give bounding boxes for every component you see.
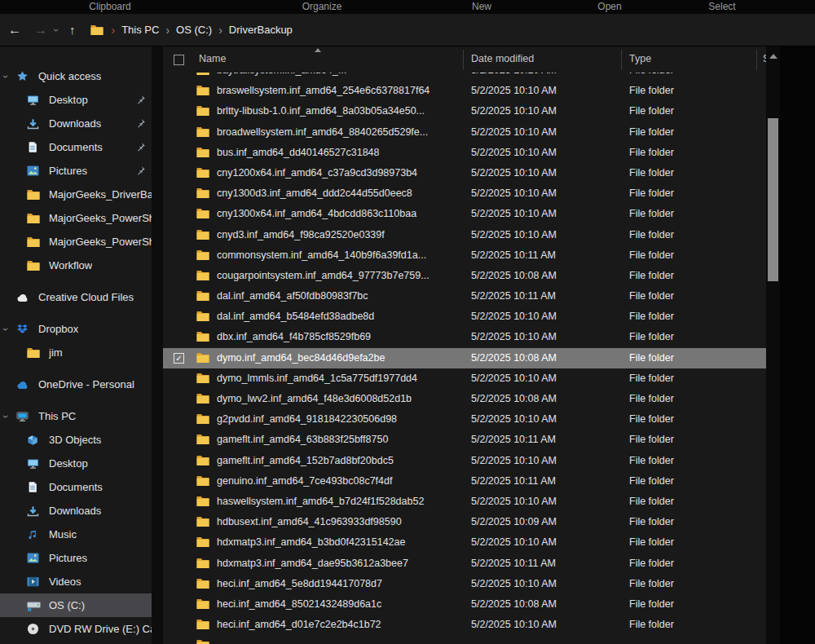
file-row[interactable]: heci.inf_amd64_85021432489d6a1c5/2/2025 … (163, 594, 766, 615)
sidebar-item-majorgeeks-driverback[interactable]: MajorGeeks_DriverBack (0, 183, 152, 206)
vertical-scrollbar[interactable] (766, 46, 780, 644)
breadcrumb-item-os-c[interactable]: OS (C:) (176, 24, 212, 36)
recent-locations-chevron-icon[interactable]: › (51, 29, 61, 32)
folder-icon (196, 558, 209, 569)
sidebar-item-workflow[interactable]: Workflow (0, 254, 152, 277)
file-row[interactable]: commonsystem.inf_amd64_140b9f6a39fd1a...… (163, 245, 766, 266)
sidebar-item-documents[interactable]: Documents (0, 475, 152, 499)
forward-arrow-icon[interactable]: → (34, 24, 47, 37)
star-icon (16, 70, 33, 82)
sidebar-item-desktop[interactable]: Desktop (0, 452, 152, 475)
chevron-down-icon[interactable]: › (0, 328, 11, 331)
file-row[interactable]: cny1300x64.inf_amd64_4bdcdd863c110baa5/2… (163, 204, 766, 224)
file-row[interactable]: g2pvdd.inf_amd64_9181842230506d985/2/202… (163, 409, 766, 430)
file-row[interactable]: baytrailsystem.inf_amd64_...5/2/2025 10:… (163, 73, 766, 81)
folder-icon (196, 373, 209, 384)
sidebar-item-dvd-rw-drive-e-canc[interactable]: DVD RW Drive (E:) Canc (0, 617, 152, 641)
column-header-date-modified[interactable]: Date modified (471, 53, 534, 64)
sidebar-item-downloads[interactable]: Downloads (0, 112, 152, 135)
breadcrumb-item-driverbackup[interactable]: DriverBackup (229, 24, 293, 36)
sidebar-item-pictures[interactable]: Pictures (0, 159, 152, 183)
file-row[interactable]: gameflt.inf_amd64_152b7ad8bf20bdc55/2/20… (163, 451, 766, 471)
sidebar-item-quick-access[interactable]: ›Quick access (0, 64, 152, 88)
scrollbar-up-arrow-icon[interactable] (769, 54, 778, 59)
dvd-icon (27, 623, 43, 635)
chevron-down-icon[interactable]: › (0, 415, 11, 418)
breadcrumb-item-this-pc[interactable]: This PC (121, 24, 159, 36)
file-row[interactable]: cnyd3.inf_amd64_f98ca92520e0339f5/2/2025… (163, 225, 766, 245)
ribbon-group-open[interactable]: Open (561, 1, 659, 12)
right-filler (780, 46, 815, 644)
folder-icon (196, 475, 209, 487)
file-row[interactable]: dal.inf_amd64_b5484efd38adbe8d5/2/2025 1… (163, 307, 766, 327)
folder-icon (196, 393, 209, 404)
file-row[interactable]: heci.inf_amd64_d01e7c2e2b4c1b725/2/2025 … (163, 615, 766, 635)
file-name: cnyd3.inf_amd64_f98ca92520e0339f (217, 225, 466, 245)
ribbon-group-clipboard[interactable]: Clipboard (61, 1, 159, 12)
row-checkbox[interactable]: ✓ (174, 353, 184, 364)
ribbon-group-new[interactable]: New (433, 1, 531, 12)
file-row[interactable]: ✓dymo.inf_amd64_bec84d46d9efa2be5/2/2025… (163, 348, 766, 368)
chevron-down-icon[interactable]: › (0, 75, 11, 78)
sidebar-item-this-pc[interactable]: ›This PC (0, 404, 152, 428)
file-type: File folder (629, 554, 753, 574)
videos-icon (27, 576, 43, 587)
ribbon-group-select[interactable]: Select (673, 1, 771, 12)
sidebar-item-label: MajorGeeks_DriverBack (49, 188, 152, 201)
file-row[interactable]: cougarpointsystem.inf_amd64_97773b7e759.… (163, 266, 766, 286)
column-header-type[interactable]: Type (629, 53, 651, 64)
sidebar-item-3d-objects[interactable]: 3D Objects (0, 428, 152, 452)
folder-icon (196, 598, 209, 610)
file-type: File folder (629, 73, 753, 81)
sidebar-item-creative-cloud-files[interactable]: Creative Cloud Files (0, 285, 152, 309)
sidebar-item-majorgeeks-powershell[interactable]: MajorGeeks_PowerShell (0, 206, 152, 230)
breadcrumb-separator-icon: › (218, 24, 222, 37)
sidebar-item-pictures[interactable]: Pictures (0, 546, 152, 570)
file-row[interactable]: heci.inf_amd64_5e8dd194417078d75/2/2025 … (163, 574, 766, 594)
sidebar-item-os-c[interactable]: OS (C:) (0, 593, 152, 617)
file-row[interactable]: brltty-libusb-1.0.inf_amd64_8a03b05a34e5… (163, 101, 766, 121)
file-name: haswellsystem.inf_amd64_b7d24f1f528dab52 (217, 492, 466, 512)
sidebar-item-music[interactable]: Music (0, 523, 152, 546)
file-row[interactable]: hdbusext.inf_amd64_41c963933df985905/2/2… (163, 512, 766, 532)
pin-icon (135, 165, 146, 176)
file-row[interactable]: cny1300d3.inf_amd64_ddd2c44d55d0eec85/2/… (163, 183, 766, 204)
back-arrow-icon[interactable]: ← (8, 24, 21, 37)
file-row[interactable]: hdxmatp3.inf_amd64_dae95b3612a3bee75/2/2… (163, 554, 766, 574)
file-row[interactable]: gameflt.inf_amd64_63b883f25bff87505/2/20… (163, 430, 766, 450)
file-row[interactable]: dbx.inf_amd64_f4b785cf8529fb695/2/2025 1… (163, 327, 766, 347)
sidebar-item-onedrive-personal[interactable]: OneDrive - Personal (0, 373, 152, 396)
file-type: File folder (629, 471, 753, 492)
file-date: 5/2/2025 10:11 AM (471, 286, 624, 307)
up-arrow-icon[interactable]: ↑ (69, 24, 76, 36)
file-date: 5/2/2025 10:10 AM (471, 183, 624, 204)
file-row[interactable]: haswellsystem.inf_amd64_b7d24f1f528dab52… (163, 492, 766, 512)
file-date: 5/2/2025 10:10 AM (471, 73, 624, 81)
file-row[interactable]: dal.inf_amd64_af50fdb80983f7bc5/2/2025 1… (163, 286, 766, 307)
checkmark-icon: ✓ (174, 354, 183, 364)
sidebar-item-videos[interactable]: Videos (0, 570, 152, 593)
sort-ascending-icon (315, 48, 321, 52)
sidebar-item-jim[interactable]: jim (0, 341, 152, 364)
scrollbar-thumb[interactable] (768, 118, 778, 281)
column-header-name[interactable]: Name (199, 53, 226, 64)
file-row[interactable]: dymo_lmmls.inf_amd64_1c5a775df1977dd45/2… (163, 368, 766, 389)
file-row[interactable]: braswellsystem.inf_amd64_254e6c6378817f6… (163, 81, 766, 101)
file-name: dymo.inf_amd64_bec84d46d9efa2be (217, 348, 466, 368)
sidebar-item-majorgeeks-powershell[interactable]: MajorGeeks_PowerShell (0, 230, 152, 254)
file-date: 5/2/2025 10:10 AM (471, 532, 624, 553)
file-row[interactable]: broadwellsystem.inf_amd64_8840265d529fe.… (163, 122, 766, 143)
file-row[interactable]: dymo_lwv2.inf_amd64_f48e3d6008d52d1b5/2/… (163, 389, 766, 409)
sidebar-item-downloads[interactable]: Downloads (0, 499, 152, 523)
file-row[interactable]: hdxmatp3.inf_amd64_b3bd0f42315142ae5/2/2… (163, 532, 766, 553)
file-row[interactable] (163, 635, 766, 644)
ribbon-group-organize[interactable]: Organize (273, 1, 371, 12)
file-row[interactable]: cny1200x64.inf_amd64_c37a9cd3d98973b45/2… (163, 163, 766, 183)
sidebar-item-label: DVD RW Drive (E:) Canc (49, 623, 152, 635)
file-row[interactable]: genuino.inf_amd64_7ce493bc08c7f4df5/2/20… (163, 471, 766, 492)
select-all-checkbox[interactable] (174, 55, 184, 65)
sidebar-item-documents[interactable]: Documents (0, 135, 152, 159)
sidebar-item-desktop[interactable]: Desktop (0, 88, 152, 112)
sidebar-item-dropbox[interactable]: ›Dropbox (0, 317, 152, 341)
file-row[interactable]: bus.inf_amd64_dd40146527c318485/2/2025 1… (163, 143, 766, 163)
